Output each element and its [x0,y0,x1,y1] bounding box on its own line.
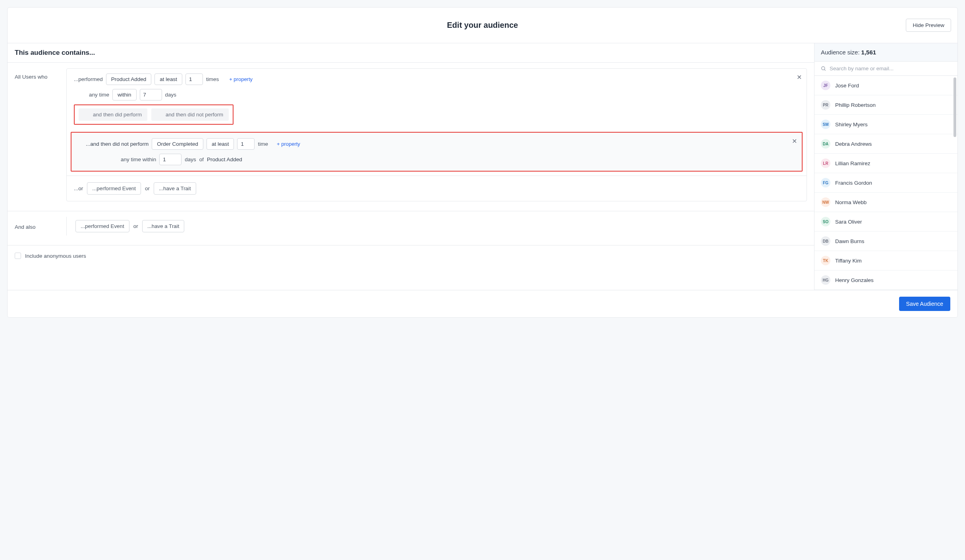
performed-prefix: ...performed [74,76,103,82]
avatar: NW [821,197,830,207]
search-icon [821,66,826,71]
panel-header: Edit your audience Hide Preview [8,8,957,43]
avatar: PR [821,100,830,110]
audience-editor-panel: Edit your audience Hide Preview This aud… [7,7,958,318]
avatar: DA [821,139,830,149]
search-bar [814,62,957,76]
or-separator-2: or [133,223,138,229]
person-name: Henry Gonzales [835,277,874,283]
person-name: Phillip Robertson [835,102,876,108]
time-label: time [258,141,268,147]
contains-heading: This audience contains... [8,43,814,63]
funnel-icon [77,142,83,147]
then-did-not-perform-label: and then did not perform [166,112,223,118]
add-property-button-2[interactable]: + property [277,141,300,147]
funnel-icon [157,112,162,117]
within-select[interactable]: within [112,89,137,100]
rule-label-and-also: And also [15,217,66,236]
include-anonymous-row: Include anonymous users [8,245,814,266]
rule-block-all-users: All Users who ✕ ...performed Product Add… [8,63,814,211]
rule-label-all-users: All Users who [15,68,66,201]
event-select-2[interactable]: Order Completed [152,138,203,150]
then-buttons-group: and then did perform and then did not pe… [74,104,234,125]
or-row: ...or ...performed Event or ...have a Tr… [67,176,807,201]
performed-event-button[interactable]: ...performed Event [87,182,141,195]
builder-column: This audience contains... All Users who … [8,43,814,290]
within-value-input[interactable] [140,89,162,100]
person-name: Lillian Ramirez [835,160,870,166]
scrollbar[interactable] [953,77,956,137]
rule-content-2: ...performed Event or ...have a Trait [66,217,807,236]
avatar: TK [821,256,830,265]
add-property-button[interactable]: + property [229,76,253,82]
remove-condition-button[interactable]: ✕ [797,73,802,81]
funnel-icon [84,112,90,117]
condition-performed: ✕ ...performed Product Added at least ti… [67,69,807,129]
person-row[interactable]: HGHenry Gonzales [814,270,957,290]
any-time-within-label: any time within [121,156,156,162]
then-prefix: ...and then did not perform [86,141,149,147]
have-trait-button-2[interactable]: ...have a Trait [142,220,185,232]
include-anonymous-label: Include anonymous users [25,253,86,259]
of-label: of [199,156,204,162]
person-row[interactable]: LRLillian Ramirez [814,154,957,173]
or-separator: or [145,185,150,191]
svg-line-1 [824,69,826,70]
person-row[interactable]: NWNorma Webb [814,193,957,212]
or-prefix: ...or [74,185,83,191]
event-select[interactable]: Product Added [106,73,152,85]
avatar: DB [821,236,830,246]
within-value-input-2[interactable] [159,154,181,165]
person-row[interactable]: DADebra Andrews [814,134,957,154]
then-did-perform-button[interactable]: and then did perform [79,108,147,121]
person-row[interactable]: TKTiffany Kim [814,251,957,270]
person-name: Shirley Myers [835,122,868,127]
person-name: Sara Oliver [835,219,862,225]
person-row[interactable]: PRPhillip Robertson [814,95,957,115]
person-row[interactable]: DBDawn Burns [814,232,957,251]
panel-footer: Save Audience [8,290,957,317]
rule-block-and-also: And also ...performed Event or ...have a… [8,211,814,245]
then-did-perform-label: and then did perform [93,112,142,118]
count-input-2[interactable] [237,138,255,150]
avatar: HG [821,275,830,285]
performed-event-button-2[interactable]: ...performed Event [75,220,129,232]
condition-then-did-not-perform: ✕ ...and then did not perform Order Comp… [71,132,803,172]
people-list: JFJose FordPRPhillip RobertsonSMShirley … [814,76,957,290]
include-anonymous-checkbox[interactable] [15,253,21,259]
person-name: Dawn Burns [835,238,865,244]
panel-body: This audience contains... All Users who … [8,43,957,290]
avatar: JF [821,81,830,90]
have-trait-button[interactable]: ...have a Trait [154,182,196,195]
avatar: SM [821,120,830,129]
any-time-label: any time [89,92,109,98]
avatar: FG [821,178,830,187]
save-audience-button[interactable]: Save Audience [899,297,950,311]
then-did-not-perform-button[interactable]: and then did not perform [151,108,229,121]
person-name: Jose Ford [835,83,859,89]
times-label: times [206,76,219,82]
avatar: LR [821,158,830,168]
audience-size-bar: Audience size: 1,561 [814,43,957,62]
rule-content-1: ✕ ...performed Product Added at least ti… [66,68,807,201]
hide-preview-button[interactable]: Hide Preview [906,19,951,32]
audience-size-value: 1,561 [861,49,876,56]
person-row[interactable]: FGFrancis Gordon [814,173,957,193]
and-also-row: ...performed Event or ...have a Trait [66,217,807,236]
person-row[interactable]: SOSara Oliver [814,212,957,232]
svg-point-0 [822,66,825,70]
avatar: SO [821,217,830,226]
remove-condition-button[interactable]: ✕ [792,137,797,145]
person-name: Tiffany Kim [835,258,862,264]
count-input[interactable] [185,73,203,85]
search-input[interactable] [830,66,951,71]
rules-area: All Users who ✕ ...performed Product Add… [8,63,814,266]
operator-select-2[interactable]: at least [207,138,234,150]
person-row[interactable]: JFJose Ford [814,76,957,95]
person-name: Debra Andrews [835,141,872,147]
within-unit-label-2: days [185,156,196,162]
person-row[interactable]: SMShirley Myers [814,115,957,134]
page-title: Edit your audience [447,21,518,30]
preview-column: Audience size: 1,561 JFJose FordPRPhilli… [814,43,957,290]
operator-select[interactable]: at least [154,73,182,85]
